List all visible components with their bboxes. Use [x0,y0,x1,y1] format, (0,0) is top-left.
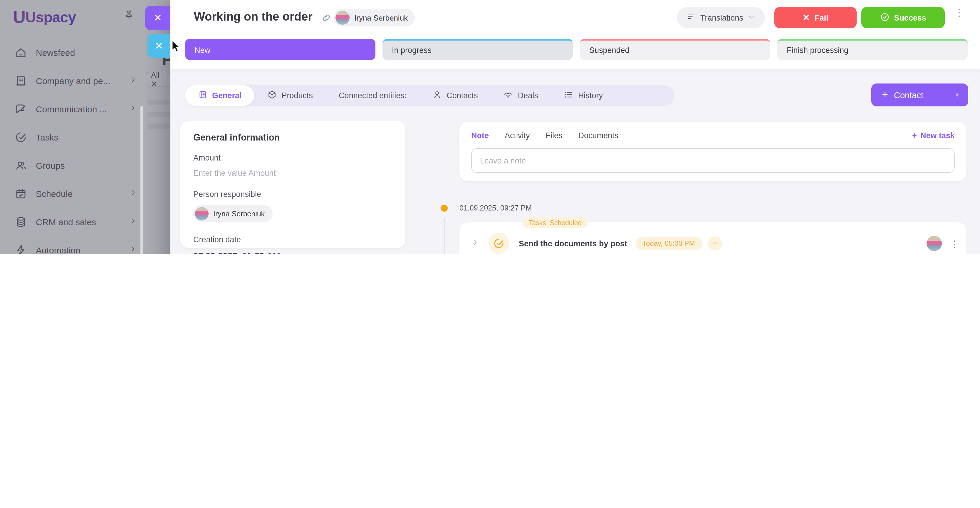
more-options-icon[interactable]: ⋮ [954,11,963,15]
fail-button[interactable]: ✕ Fail [774,7,857,28]
modal-dim-overlay[interactable] [0,0,170,254]
list-icon [564,90,573,101]
field-amount: Amount Enter the value Amount [193,153,393,177]
translations-button[interactable]: Translations [677,7,765,28]
close-modal-button[interactable]: ✕ [145,6,170,30]
tab-activity[interactable]: Activity [505,131,530,140]
timeline-timestamp: 01.09.2025, 09:27 PM [460,204,532,212]
plus-icon: + [912,131,917,140]
entity-tabbar: General Products Connected entities: Con… [185,85,675,106]
tab-connected-entities[interactable]: Connected entities: [326,85,420,106]
timeline-line [444,217,445,254]
x-icon: ✕ [803,12,810,23]
note-input[interactable] [471,148,955,173]
tab-general[interactable]: General [185,85,255,106]
page-title: Working on the order [194,10,313,24]
amount-input[interactable]: Enter the value Amount [193,169,393,177]
task-status-badge: Tasks: Scheduled [523,217,587,228]
collapse-chevron-icon[interactable] [708,236,722,251]
stage-finish-processing[interactable]: Finish processing [777,39,968,60]
add-contact-button[interactable]: + Contact ▼ [871,83,968,106]
cube-icon [267,90,277,101]
tab-documents[interactable]: Documents [578,131,619,140]
task-due-pill[interactable]: Today, 05:00 PM [635,236,702,250]
timeline-dot-task [441,204,448,212]
tab-deals[interactable]: Deals [491,85,551,106]
new-task-button[interactable]: +New task [912,131,955,140]
chevron-down-icon [748,13,755,22]
field-person-responsible: Person responsible Iryna Serbeniuk [193,190,393,223]
stage-pipeline: New In progress Suspended Finish process… [185,39,968,60]
tab-products[interactable]: Products [255,85,326,106]
avatar [195,207,208,220]
avatar [926,236,942,251]
task-title[interactable]: Send the documents by post [519,239,627,248]
plus-icon: + [882,89,888,101]
tab-history[interactable]: History [551,85,616,106]
success-button[interactable]: Success [861,7,945,28]
card-title: General information [193,132,393,143]
handshake-icon [504,90,513,101]
dropdown-arrow-icon[interactable]: ▼ [954,92,960,98]
person-icon [433,90,442,101]
owner-chip[interactable]: Iryna Serbeniuk [334,9,415,26]
composer-tabs: Note Activity Files Documents +New task [471,131,955,140]
tab-files[interactable]: Files [546,131,563,140]
task-row: Send the documents by post Today, 05:00 … [460,233,966,254]
field-creation-date: Creation date 27.09.2025, 11:39 AM [193,235,393,254]
check-circle-icon [880,12,889,23]
translate-lines-icon [687,12,696,23]
modal-header: Working on the order Iryna Serbeniuk Tra… [170,0,980,69]
expand-chevron-icon[interactable] [471,238,479,249]
avatar [336,11,350,25]
task-timeline-card: Tasks: Scheduled Send the documents by p… [460,222,966,254]
responsible-chip[interactable]: Iryna Serbeniuk [193,205,272,222]
stage-new[interactable]: New [185,39,375,60]
task-check-icon [488,233,509,254]
order-modal: ✕ ✕ Working on the order Iryna Serbeniuk… [170,0,980,254]
tab-note[interactable]: Note [471,131,489,140]
copy-link-icon[interactable] [321,13,331,25]
close-secondary-button[interactable]: ✕ [148,34,170,58]
stage-in-progress[interactable]: In progress [382,39,573,60]
task-more-icon[interactable]: ⋮ [950,241,956,246]
stage-suspended[interactable]: Suspended [580,39,770,60]
sidebar-scrollbar[interactable] [140,106,143,254]
note-composer-card: Note Activity Files Documents +New task [460,122,966,181]
mouse-cursor [172,40,181,56]
document-icon [198,90,207,101]
tab-contacts[interactable]: Contacts [420,85,491,106]
app-root: UUspacy Newsfeed Company and pe... Commu… [0,0,980,254]
modal-content: General Products Connected entities: Con… [170,69,980,254]
general-information-card: General information Amount Enter the val… [180,121,406,248]
